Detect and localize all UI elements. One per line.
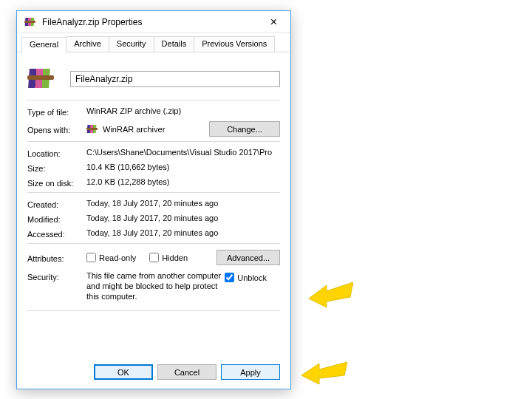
checkbox-unblock-label: Unblock [237,273,267,282]
value-type-of-file: WinRAR ZIP archive (.zip) [86,106,280,115]
value-created: Today, 18 July 2017, 20 minutes ago [86,199,280,208]
close-button[interactable]: × [257,11,290,33]
change-button[interactable]: Change... [209,121,280,137]
label-opens-with: Opens with: [27,124,86,134]
label-created: Created: [27,199,86,209]
label-modified: Modified: [27,214,86,224]
checkbox-hidden[interactable]: Hidden [149,253,188,262]
checkbox-unblock-input[interactable] [225,273,234,282]
separator [27,141,280,142]
value-accessed: Today, 18 July 2017, 20 minutes ago [86,228,280,237]
annotation-arrow-icon [309,279,353,309]
separator [27,100,280,100]
winrar-icon [24,16,36,28]
value-opens-with: WinRAR archiver [103,125,165,134]
checkbox-read-only-label: Read-only [99,253,136,262]
checkbox-unblock[interactable]: Unblock [225,273,267,282]
label-location: Location: [27,148,86,158]
winrar-icon [86,123,98,135]
label-size-on-disk: Size on disk: [27,177,86,188]
separator [27,192,280,193]
advanced-button[interactable]: Advanced... [216,250,280,265]
separator [27,310,280,311]
tab-security[interactable]: Security [109,36,154,52]
value-modified: Today, 18 July 2017, 20 minutes ago [86,214,280,222]
cancel-button[interactable]: Cancel [157,364,216,380]
label-type-of-file: Type of file: [27,106,86,117]
annotation-arrow-icon [301,359,347,386]
tab-details[interactable]: Details [154,36,195,52]
tabbar: General Archive Security Details Previou… [17,36,290,52]
value-location: C:\Users\Shane\Documents\Visual Studio 2… [86,148,280,157]
tab-previous-versions[interactable]: Previous Versions [194,36,275,52]
tab-archive[interactable]: Archive [66,36,109,52]
window-title: FileAnalyzr.zip Properties [42,17,257,27]
filename-input[interactable] [70,71,280,87]
checkbox-hidden-label: Hidden [162,253,188,262]
value-security-text: This file came from another computer and… [86,271,222,301]
tab-general[interactable]: General [21,37,66,52]
svg-marker-1 [301,362,347,384]
ok-button[interactable]: OK [94,364,153,380]
dialog-action-bar: OK Cancel Apply [17,357,290,389]
label-size: Size: [27,163,86,173]
label-accessed: Accessed: [27,228,86,239]
label-security: Security: [27,271,86,282]
file-type-icon [27,66,57,92]
checkbox-read-only-input[interactable] [86,253,96,262]
value-size: 10.4 KB (10,662 bytes) [86,163,280,171]
checkbox-read-only[interactable]: Read-only [86,253,136,262]
general-panel: Type of file: WinRAR ZIP archive (.zip) … [17,52,290,311]
value-size-on-disk: 12.0 KB (12,288 bytes) [86,177,280,186]
svg-marker-0 [309,282,353,307]
checkbox-hidden-input[interactable] [149,253,159,262]
label-attributes: Attributes: [27,253,86,263]
properties-dialog: FileAnalyzr.zip Properties × General Arc… [16,10,291,389]
apply-button[interactable]: Apply [221,364,280,380]
titlebar: FileAnalyzr.zip Properties × [17,11,290,33]
separator [27,243,280,244]
